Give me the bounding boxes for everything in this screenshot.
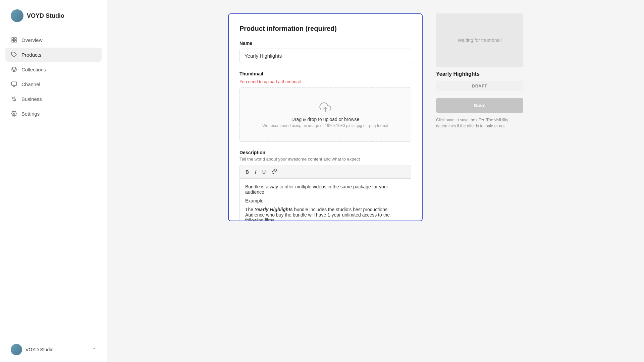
sidebar-item-collections-label: Collections (21, 67, 46, 72)
upload-dropzone[interactable]: Drag & drop to upload or browse We recom… (239, 87, 411, 142)
dollar-icon (11, 96, 17, 102)
thumbnail-preview: Waiting for thumbnail (436, 13, 523, 67)
name-input[interactable] (239, 49, 411, 63)
sidebar-item-business[interactable]: Business (5, 92, 102, 106)
name-field-group: Name (239, 41, 411, 71)
description-field-group: Description Tell the world about your aw… (239, 150, 411, 221)
app-name: VOYD Studio (27, 12, 64, 19)
main-content: Product information (required) Name Thum… (107, 0, 644, 362)
footer-avatar (11, 344, 22, 355)
draft-badge: DRAFT (436, 81, 523, 91)
description-label: Description (239, 150, 411, 155)
logo-avatar (11, 9, 23, 22)
save-hint: Click save to save the offer. The visibi… (436, 117, 523, 129)
bold-button[interactable]: B (244, 169, 251, 175)
sidebar-item-settings-label: Settings (21, 111, 40, 117)
thumbnail-field-group: Thumbnail You need to upload a thumbnail… (239, 71, 411, 142)
sidebar-item-overview-label: Overview (21, 37, 43, 43)
sidebar-item-collections[interactable]: Collections (5, 62, 102, 76)
description-hint: Tell the world about your awesome conten… (239, 157, 411, 162)
svg-marker-5 (12, 67, 17, 70)
product-form-panel: Product information (required) Name Thum… (228, 13, 423, 221)
sidebar-item-products[interactable]: Products (5, 48, 102, 62)
upload-hint: We recommend using an image of 644×362… (247, 123, 404, 128)
gear-icon (11, 110, 17, 117)
sidebar-item-channel-label: Channel (21, 81, 40, 87)
sidebar-item-products-label: Products (21, 52, 41, 58)
sidebar-footer[interactable]: VOYD Studio ⌃ (0, 337, 107, 362)
preview-panel: Waiting for thumbnail Yearly Highlights … (436, 13, 523, 129)
upload-icon (247, 101, 404, 113)
save-button[interactable]: Save (436, 98, 523, 113)
svg-rect-6 (12, 82, 17, 85)
thumbnail-waiting-text: Waiting for thumbnail (458, 38, 502, 43)
thumbnail-error: You need to upload a thumbnail (239, 79, 411, 84)
description-intro: Bundle is a way to offer multiple videos… (245, 184, 406, 195)
svg-rect-3 (15, 41, 16, 42)
name-field-label: Name (239, 41, 411, 46)
upload-text: Drag & drop to upload or browse (247, 117, 404, 122)
preview-title: Yearly Highlights (436, 71, 523, 77)
svg-rect-2 (12, 41, 13, 42)
editor-toolbar: B I U (239, 165, 411, 178)
svg-rect-1 (15, 38, 16, 39)
description-example: Example: (245, 198, 406, 203)
thumbnail-label: Thumbnail (239, 71, 411, 76)
tag-icon (11, 51, 17, 58)
sidebar-footer-user: VOYD Studio (11, 344, 53, 355)
sidebar-item-channel[interactable]: Channel (5, 77, 102, 91)
layers-icon (11, 66, 17, 73)
monitor-icon (11, 81, 17, 87)
svg-rect-0 (12, 38, 13, 39)
sidebar-item-overview[interactable]: Overview (5, 33, 102, 47)
form-title: Product information (required) (239, 25, 411, 33)
grid-icon (11, 37, 17, 43)
link-button[interactable] (270, 168, 279, 176)
sidebar-item-settings[interactable]: Settings (5, 107, 102, 121)
sidebar: VOYD Studio Overview Products (0, 0, 107, 362)
underline-button[interactable]: U (261, 169, 267, 175)
italic-button[interactable]: I (253, 169, 258, 175)
sidebar-logo[interactable]: VOYD Studio (0, 0, 107, 33)
description-body: The Yearly Highlights bundle includes th… (245, 207, 406, 221)
footer-username: VOYD Studio (25, 347, 53, 352)
sidebar-item-business-label: Business (21, 96, 42, 102)
chevron-down-icon: ⌃ (92, 347, 96, 352)
description-editor[interactable]: Bundle is a way to offer multiple videos… (239, 178, 411, 221)
description-bold-italic: Yearly Highlights (255, 207, 293, 212)
sidebar-navigation: Overview Products Collections (0, 33, 107, 337)
svg-point-10 (13, 113, 15, 115)
